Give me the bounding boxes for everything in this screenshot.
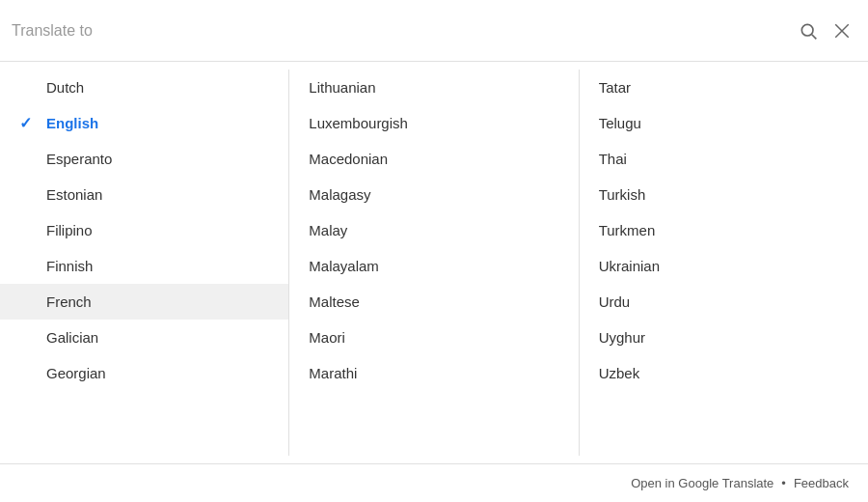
list-item[interactable]: Uzbek bbox=[580, 355, 868, 391]
checkmark-icon: ✓ bbox=[19, 114, 32, 132]
language-label: Macedonian bbox=[309, 151, 388, 167]
list-item[interactable]: ✓Estonian bbox=[0, 177, 288, 212]
list-item[interactable]: Malay bbox=[289, 212, 578, 248]
open-in-google-translate-link[interactable]: Open in Google Translate bbox=[631, 476, 773, 490]
language-label: Malayalam bbox=[309, 258, 379, 274]
list-item[interactable]: Lithuanian bbox=[289, 70, 578, 105]
language-label: Turkmen bbox=[599, 222, 656, 238]
list-item[interactable]: ✓Galician bbox=[0, 320, 288, 355]
list-item[interactable]: Urdu bbox=[580, 284, 868, 320]
footer: Open in Google Translate • Feedback bbox=[0, 463, 868, 502]
language-label: Lithuanian bbox=[309, 79, 375, 96]
language-label: Turkish bbox=[599, 186, 646, 203]
list-item[interactable]: ✓Esperanto bbox=[0, 141, 288, 177]
list-item[interactable]: ✓Filipino bbox=[0, 212, 288, 248]
close-button[interactable] bbox=[827, 16, 856, 45]
list-item[interactable]: Marathi bbox=[289, 355, 578, 391]
list-item[interactable]: Uyghur bbox=[580, 320, 868, 355]
list-item[interactable]: Maori bbox=[289, 320, 578, 355]
list-item[interactable]: Macedonian bbox=[289, 141, 578, 177]
svg-line-1 bbox=[812, 34, 817, 39]
search-button[interactable] bbox=[793, 15, 824, 46]
list-item[interactable]: ✓Dutch bbox=[0, 70, 288, 105]
language-label: Malagasy bbox=[309, 186, 370, 203]
list-item[interactable]: Tatar bbox=[580, 70, 868, 105]
search-icon bbox=[799, 21, 818, 41]
search-bar bbox=[0, 0, 868, 62]
language-label: Malay bbox=[309, 222, 347, 238]
language-label: Georgian bbox=[46, 365, 106, 381]
list-item[interactable]: ✓Georgian bbox=[0, 355, 288, 391]
list-item[interactable]: Ukrainian bbox=[580, 248, 868, 284]
language-label: Esperanto bbox=[46, 151, 112, 167]
list-item[interactable]: ✓Finnish bbox=[0, 248, 288, 284]
language-label: Galician bbox=[46, 329, 98, 346]
language-label: Filipino bbox=[46, 222, 93, 238]
list-item[interactable]: Turkmen bbox=[580, 212, 868, 248]
language-label: Luxembourgish bbox=[309, 115, 408, 131]
language-column-1: ✓Dutch✓English✓Esperanto✓Estonian✓Filipi… bbox=[0, 62, 288, 463]
language-label: French bbox=[46, 293, 92, 310]
language-label: Ukrainian bbox=[599, 258, 660, 274]
list-item[interactable]: Luxembourgish bbox=[289, 105, 578, 141]
list-item[interactable]: Thai bbox=[580, 141, 868, 177]
list-item[interactable]: Malayalam bbox=[289, 248, 578, 284]
list-item[interactable]: Telugu bbox=[580, 105, 868, 141]
list-item[interactable]: Malagasy bbox=[289, 177, 578, 212]
language-label: Maltese bbox=[309, 293, 360, 310]
language-label: Finnish bbox=[46, 258, 93, 274]
feedback-link[interactable]: Feedback bbox=[794, 476, 849, 490]
language-column-2: LithuanianLuxembourgishMacedonianMalagas… bbox=[289, 62, 578, 463]
close-icon bbox=[833, 22, 851, 40]
language-label: Urdu bbox=[599, 293, 631, 310]
language-label: Dutch bbox=[46, 79, 84, 96]
language-label: Maori bbox=[309, 329, 345, 346]
language-label: Marathi bbox=[309, 365, 357, 381]
language-list-area: ✓Dutch✓English✓Esperanto✓Estonian✓Filipi… bbox=[0, 62, 868, 463]
list-item[interactable]: ✓English bbox=[0, 105, 288, 141]
language-label: Thai bbox=[599, 151, 627, 167]
language-label: Uyghur bbox=[599, 329, 645, 346]
language-label: Uzbek bbox=[599, 365, 640, 381]
language-label: Estonian bbox=[46, 186, 102, 203]
svg-point-0 bbox=[801, 24, 813, 36]
language-label: Tatar bbox=[599, 79, 631, 96]
language-label: English bbox=[46, 115, 98, 131]
list-item[interactable]: ✓French bbox=[0, 284, 288, 320]
list-item[interactable]: Turkish bbox=[580, 177, 868, 212]
list-item[interactable]: Maltese bbox=[289, 284, 578, 320]
footer-dot: • bbox=[781, 476, 786, 490]
search-input[interactable] bbox=[12, 22, 793, 40]
language-column-3: TatarTeluguThaiTurkishTurkmenUkrainianUr… bbox=[580, 62, 868, 463]
language-label: Telugu bbox=[599, 115, 641, 131]
